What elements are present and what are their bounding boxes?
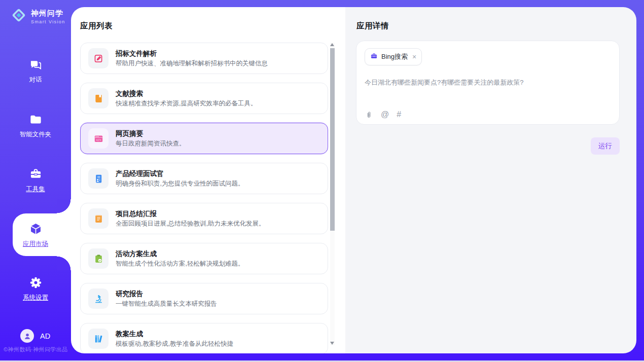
app-card[interactable]: 活动方案生成智能生成个性化活动方案,轻松解决规划难题。	[80, 243, 328, 274]
app-card-description: 明确身份和职责,为您提供专业性的面试问题。	[116, 180, 244, 187]
app-card-description: 快速精准查找学术资源,提高研究效率的必备工具。	[116, 100, 257, 107]
at-icon[interactable]: @	[381, 110, 389, 119]
chat-icon	[29, 64, 43, 73]
app-card-title: 网页摘要	[116, 130, 186, 137]
brand-logo: 神州问学 Smart Vision	[10, 7, 65, 26]
research-icon	[88, 288, 109, 309]
app-card[interactable]: 招标文件解析帮助用户快速、准确地理解和解析招标书中的关键信息	[80, 43, 328, 74]
chip-close-icon[interactable]: ×	[412, 53, 416, 61]
app-card[interactable]: 项目总结汇报全面回顾项目进展,总结经验教训,助力未来优化发展。	[80, 203, 328, 234]
sidebar-item-label: 工具集	[0, 185, 71, 194]
app-card-title: 项目总结汇报	[116, 210, 265, 218]
scroll-up-icon[interactable]	[330, 43, 334, 46]
composer-card: Bing搜索 × 今日湖北有哪些新闻要点?有哪些需要关注的最新政策? @#	[356, 41, 620, 125]
hash-icon[interactable]: #	[397, 110, 401, 119]
sidebar: 神州问学 Smart Vision 对话智能文件夹工具集应用市场系统设置 AD …	[0, 0, 71, 360]
composer-toolbar: @#	[365, 110, 401, 119]
app-card-description: 一键智能生成高质量长文本研究报告	[116, 301, 217, 307]
app-card[interactable]: 教案生成模板驱动,教案秒成,教学准备从此轻松快捷	[80, 323, 328, 353]
plan-check-icon	[88, 248, 109, 269]
app-card-title: 活动方案生成	[116, 250, 244, 258]
app-card-description: 模板驱动,教案秒成,教学准备从此轻松快捷	[116, 341, 233, 347]
copyright-text: ©神州数码·神州问学出品	[4, 346, 68, 353]
sidebar-item-label: 应用市场	[0, 240, 71, 248]
briefcase-icon	[370, 52, 378, 61]
app-card-title: 文献搜索	[116, 90, 257, 97]
user-account[interactable]: AD	[20, 329, 50, 343]
book-icon	[88, 88, 109, 108]
sidebar-item-tools[interactable]: 工具集	[0, 167, 71, 194]
scrollbar-track[interactable]	[330, 43, 335, 345]
query-text[interactable]: 今日湖北有哪些新闻要点?有哪些需要关注的最新政策?	[365, 78, 611, 87]
user-initials: AD	[40, 332, 50, 340]
app-detail-panel: 应用详情 Bing搜索 × 今日湖北有哪些新闻要点?有哪些需要关注的最新政策? …	[345, 7, 636, 353]
sidebar-item-folders[interactable]: 智能文件夹	[0, 113, 71, 139]
web-code-icon: </>	[88, 128, 109, 149]
sidebar-item-label: 对话	[0, 76, 71, 84]
app-list-title: 应用列表	[80, 21, 113, 31]
app-card-description: 全面回顾项目进展,总结经验教训,助力未来优化发展。	[116, 221, 265, 227]
app-card-description: 每日政府新闻资讯快查。	[116, 140, 186, 147]
sidebar-item-app-market[interactable]: 应用市场	[0, 222, 71, 248]
app-card[interactable]: 文献搜索快速精准查找学术资源,提高研究效率的必备工具。	[80, 83, 328, 114]
interviewer-icon	[88, 168, 109, 189]
app-window: 神州问学 Smart Vision 对话智能文件夹工具集应用市场系统设置 AD …	[0, 0, 644, 362]
brand-diamond-icon	[10, 7, 27, 26]
app-card-description: 智能生成个性化活动方案,轻松解决规划难题。	[116, 261, 244, 267]
sidebar-item-label: 系统设置	[0, 294, 71, 302]
app-card-title: 招标文件解析	[116, 50, 268, 57]
summary-icon	[88, 208, 109, 229]
content-window: 应用列表 招标文件解析帮助用户快速、准确地理解和解析招标书中的关键信息文献搜索快…	[71, 7, 636, 353]
bid-edit-icon	[88, 48, 109, 68]
svg-text:</>: </>	[96, 138, 101, 141]
tool-chip-label: Bing搜索	[381, 52, 408, 61]
sidebar-item-label: 智能文件夹	[0, 130, 71, 139]
scroll-down-icon[interactable]	[330, 342, 334, 345]
avatar	[20, 329, 34, 343]
app-card-description: 帮助用户快速、准确地理解和解析招标书中的关键信息	[116, 60, 268, 67]
toolbox-icon	[29, 174, 43, 183]
app-list-panel: 应用列表 招标文件解析帮助用户快速、准确地理解和解析招标书中的关键信息文献搜索快…	[71, 7, 345, 353]
app-card-title: 研究报告	[116, 291, 217, 298]
gear-icon	[29, 282, 43, 291]
scrollbar-thumb[interactable]	[330, 48, 335, 231]
paperclip-icon[interactable]	[365, 111, 373, 119]
brand-name: 神州问学	[31, 9, 65, 18]
app-card[interactable]: 产品经理面试官明确身份和职责,为您提供专业性的面试问题。	[80, 163, 328, 194]
app-detail-title: 应用详情	[356, 21, 389, 31]
books-icon	[88, 329, 109, 349]
sidebar-item-settings[interactable]: 系统设置	[0, 276, 71, 302]
tool-chip[interactable]: Bing搜索 ×	[365, 48, 422, 65]
app-card[interactable]: 研究报告一键智能生成高质量长文本研究报告	[80, 283, 328, 314]
app-card[interactable]: </>网页摘要每日政府新闻资讯快查。	[80, 123, 328, 154]
folder-icon	[29, 119, 43, 128]
cube-icon	[29, 229, 43, 237]
app-list: 招标文件解析帮助用户快速、准确地理解和解析招标书中的关键信息文献搜索快速精准查找…	[80, 43, 328, 353]
run-button[interactable]: 运行	[591, 137, 620, 155]
app-card-title: 教案生成	[116, 331, 233, 338]
brand-tagline: Smart Vision	[31, 19, 65, 24]
sidebar-item-chat[interactable]: 对话	[0, 58, 71, 84]
app-card-title: 产品经理面试官	[116, 170, 244, 177]
